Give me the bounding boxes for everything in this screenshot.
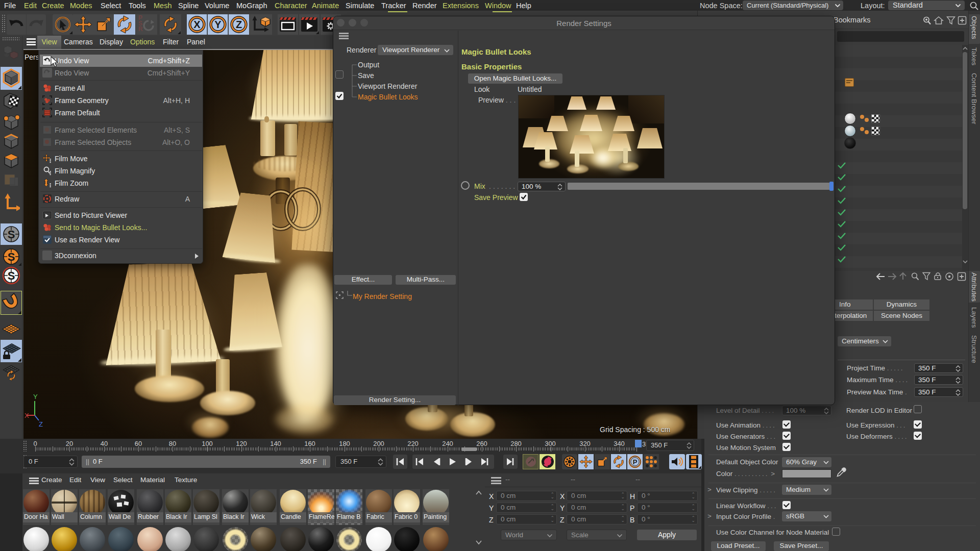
- svg-text:Z: Z: [236, 19, 242, 30]
- svg-text:Z: Z: [39, 420, 43, 428]
- svg-text:X: X: [193, 19, 201, 30]
- svg-text:P: P: [633, 458, 638, 466]
- svg-text:X: X: [24, 412, 29, 419]
- svg-text:S: S: [8, 251, 15, 263]
- svg-text:S: S: [8, 269, 15, 282]
- svg-text:Y: Y: [33, 393, 38, 400]
- svg-text:S: S: [8, 228, 15, 241]
- svg-text:Y: Y: [214, 19, 222, 30]
